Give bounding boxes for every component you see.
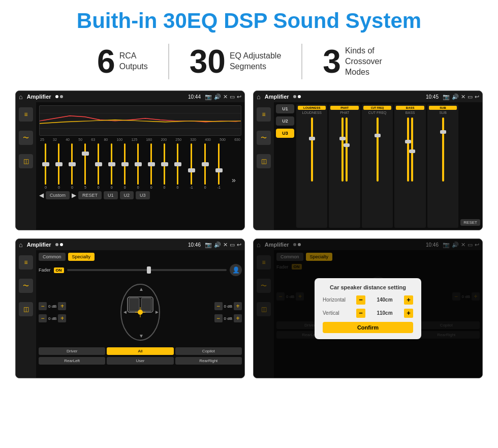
slider-track-1 [45,143,46,185]
u3-btn-1[interactable]: U3 [136,191,150,199]
slider-col-3[interactable]: 0 [71,143,73,189]
vertical-minus[interactable]: − [356,309,365,318]
phat-vslider2[interactable] [346,117,348,182]
copilot-btn[interactable]: Copilot [175,347,242,355]
slider-col-11[interactable]: 0 [177,143,179,189]
u1-btn-1[interactable]: U1 [104,191,118,199]
home-icon-3[interactable]: ⌂ [19,241,23,249]
prev-btn[interactable]: ◀ [39,192,44,199]
slider-col-7[interactable]: 0 [124,143,126,189]
bass-vslider2[interactable] [411,117,413,182]
rf-minus[interactable]: − [214,302,223,310]
preset-u3[interactable]: U3 [276,129,294,138]
cutfreq-slider [363,115,391,182]
rearleft-btn[interactable]: RearLeft [39,357,105,365]
left-sidebar-2: ≡ 〜 ◫ [254,102,274,230]
car-diagram: ▲ ▼ ◄ ► [68,279,212,345]
slider-col-2[interactable]: 0 [58,143,60,189]
slider-col-4[interactable]: 5 [84,143,86,189]
freq-labels: 25 32 40 50 63 80 100 125 160 200 250 32… [39,138,241,141]
freq-80: 80 [104,138,108,141]
eq-sidebar-btn-3[interactable]: ◫ [19,154,33,168]
eq-sidebar-btn-6[interactable]: ◫ [257,154,271,168]
common-tab[interactable]: Common [39,253,66,261]
rearright-btn[interactable]: RearRight [175,357,242,365]
sub-toggle[interactable]: SUB [429,106,457,110]
vertical-plus[interactable]: + [404,309,413,318]
slider-col-6[interactable]: 0 [111,143,113,189]
eq-sidebar-btn-4[interactable]: ≡ [257,107,271,122]
preset-u2[interactable]: U2 [276,116,294,126]
eq-sidebar-btn-9[interactable]: ◫ [19,302,33,316]
rect-icon-1: ▭ [230,94,235,100]
fader-on-badge: ON [54,267,64,273]
home-icon-2[interactable]: ⌂ [257,93,261,101]
lf-plus[interactable]: + [58,302,66,310]
slider-col-1[interactable]: 0 [45,143,47,189]
eq-sidebar-btn-2[interactable]: 〜 [19,131,33,145]
dot-3 [293,95,296,98]
status-dots-2 [293,95,301,98]
back-icon-3[interactable]: ↩ [237,242,241,248]
bass-toggle[interactable]: BASS [396,106,424,110]
slider-col-10[interactable]: 0 [164,143,166,189]
phat-toggle[interactable]: PHAT [330,106,358,110]
slider-col-9[interactable]: 0 [150,143,152,189]
rr-minus[interactable]: − [214,314,223,322]
u2-btn-1[interactable]: U2 [120,191,134,199]
specialty-tab[interactable]: Specialty [68,253,95,261]
slider-track-8 [137,143,139,185]
expand-arrow[interactable]: » [232,176,236,189]
reset-btn-1[interactable]: RESET [78,191,102,199]
eq-sidebar-btn-5[interactable]: 〜 [257,131,271,145]
preset-u1[interactable]: U1 [276,104,294,113]
eq-sliders: 0 0 0 5 0 0 0 0 0 0 0 -1 0 -1 [39,143,241,189]
left-front-ctrl: − 0 dB + [39,302,66,310]
reset-btn-2[interactable]: RESET [460,219,480,226]
sub-vslider[interactable] [442,117,444,182]
cutfreq-toggle[interactable]: CUT FREQ [363,106,391,110]
custom-btn[interactable]: Custom [46,191,70,199]
dot-4 [298,95,301,98]
loudness-toggle[interactable]: LOUDNESS [298,106,326,110]
right-front-ctrl: − 0 dB + [214,302,242,310]
loudness-vslider[interactable] [311,117,313,182]
slider-col-5[interactable]: 0 [98,143,100,189]
horizontal-plus[interactable]: + [404,295,413,305]
horizontal-minus[interactable]: − [356,295,365,305]
profile-icon[interactable]: 👤 [230,264,242,276]
freq-500: 500 [220,138,226,141]
lr-plus[interactable]: + [58,314,66,322]
home-icon-1[interactable]: ⌂ [19,93,23,101]
slider-col-12[interactable]: -1 [190,143,193,189]
horizontal-val: 140cm [368,297,401,303]
status-dots-3 [55,243,63,246]
bottom-btns-3b: RearLeft User RearRight [39,357,242,365]
bottom-btns-3: Driver All Copilot [39,347,242,355]
user-btn[interactable]: User [107,357,173,365]
eq-sidebar-btn-7[interactable]: ≡ [19,255,33,270]
eq-sidebar-btn-8[interactable]: 〜 [19,279,33,293]
back-icon-1[interactable]: ↩ [237,94,241,100]
all-btn[interactable]: All [107,347,173,355]
vol-icon-2: 🔊 [452,94,459,100]
slider-col-14[interactable]: -1 [217,143,221,189]
slider-col-13[interactable]: 0 [204,143,206,189]
driver-btn[interactable]: Driver [39,347,105,355]
next-btn[interactable]: ▶ [72,192,76,199]
fader-slider-thumb[interactable] [147,266,151,274]
lr-minus[interactable]: − [39,314,47,322]
rr-plus[interactable]: + [234,314,242,322]
eq-sidebar-btn-1[interactable]: ≡ [19,107,33,122]
slider-val-11: 0 [177,186,179,189]
screen-fader: ⌂ Amplifier 10:46 📷 🔊 ✕ ▭ ↩ ≡ 〜 [15,238,245,378]
slider-track-2 [58,143,59,185]
cutfreq-vslider[interactable] [377,117,379,182]
back-icon-2[interactable]: ↩ [475,94,479,100]
confirm-button[interactable]: Confirm [323,322,413,333]
slider-col-8[interactable]: 0 [137,143,139,189]
freq-400: 400 [205,138,211,141]
phat-vslider[interactable] [341,117,344,182]
rf-plus[interactable]: + [234,302,242,310]
lf-minus[interactable]: − [39,302,47,310]
